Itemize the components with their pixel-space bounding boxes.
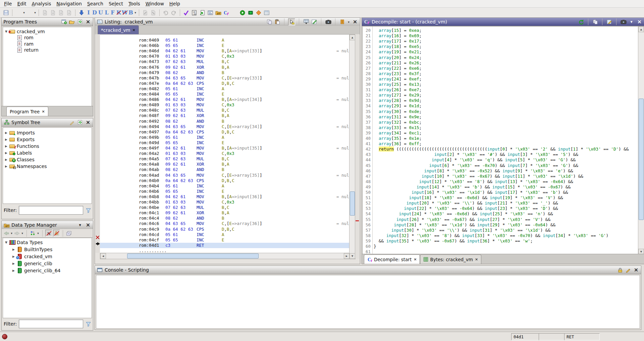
listing-row-04b8[interactable]: rom:04b804 62 61MOVB,[A=>input[36]]= nul — [100, 194, 349, 200]
forward-icon[interactable] — [14, 230, 20, 236]
listing-row-048c[interactable]: rom:048c07 62 63MULB,C — [100, 108, 349, 113]
toolbar-memo-icon[interactable] — [206, 9, 214, 17]
snapshot-icon[interactable] — [325, 19, 331, 25]
reload-icon[interactable] — [77, 119, 83, 126]
dtm-menu-icon[interactable]: ▼ — [77, 222, 83, 228]
listing-row-047e[interactable]: rom:047e0a 64 62 63CPSD,B,C — [100, 81, 349, 86]
listing-row-04a8[interactable]: rom:04a809 62 61XORB,A — [100, 162, 349, 167]
decompile-line-54[interactable]: 54 input[24] * '\x03' == -0x6d) && input… — [363, 211, 638, 217]
expander-icon[interactable]: ▶ — [4, 151, 8, 155]
expander-icon[interactable]: ▶ — [12, 255, 15, 258]
toolbar-org-tree-icon[interactable] — [230, 9, 238, 17]
decompile-vscrollbar[interactable]: ▲ ▼ — [638, 26, 644, 255]
tree-item-rom[interactable]: rom — [3, 35, 34, 41]
expander-icon[interactable]: ▶ — [4, 131, 8, 134]
toolbar-save-icon[interactable] — [2, 9, 10, 17]
listing-row-0494[interactable]: rom:049404 63 65MOVC,[E=>array[34]]= nul — [100, 124, 349, 129]
open-folder-icon[interactable] — [69, 19, 75, 25]
listing-row-049d[interactable]: rom:049d05 65INCE — [100, 140, 349, 146]
expander-icon[interactable]: ▶ — [12, 262, 15, 265]
decompile-line-37[interactable]: 37 array[32] = 0xbc; — [363, 120, 638, 125]
expander-icon[interactable]: ▼ — [4, 241, 8, 244]
decompile-line-31[interactable]: 31 array[26] = 0xe7; — [363, 87, 638, 93]
decompile-line-59[interactable]: 59 && input[35] * '\x03' == -0x67) && in… — [363, 238, 638, 244]
decompile-line-60[interactable]: 60} — [363, 244, 638, 249]
listing-row-047b[interactable]: rom:047b04 63 65MOVC,[E=>array[33]]= nul — [100, 75, 349, 81]
decompile-line-39[interactable]: 39 array[34] = 0xc1; — [363, 130, 638, 136]
tree-item-imports[interactable]: ▶Imports — [3, 129, 35, 136]
tree-item-builtintypes[interactable]: ▶BuiltInTypes — [3, 246, 52, 252]
pointer-filter-toggle-icon[interactable] — [53, 230, 60, 237]
menu-navigation[interactable]: Navigation — [54, 1, 85, 7]
tree-item-labels[interactable]: ▶Labels — [3, 150, 32, 156]
refresh-icon[interactable] — [578, 19, 584, 25]
expander-icon[interactable]: ▶ — [4, 165, 8, 168]
decompile-line-36[interactable]: 36 array[31] = 0x9e; — [363, 114, 638, 120]
decompile-line-58[interactable]: 58 input[32] * '\x03' == '8') && input[3… — [363, 233, 638, 238]
toolbar-func-out-icon[interactable] — [141, 9, 149, 17]
close-tab-icon[interactable]: × — [42, 109, 45, 114]
conflict-mode-icon[interactable] — [30, 230, 36, 236]
console-output[interactable] — [96, 275, 640, 329]
dtm-filter-input[interactable] — [19, 320, 83, 328]
tree-item-classes[interactable]: ▶Classes — [3, 156, 35, 163]
toolbar-letter-b-icon[interactable]: B — [128, 9, 134, 16]
edit-fields-icon[interactable] — [311, 19, 317, 25]
collapse-all-icon[interactable] — [66, 230, 72, 236]
toolbar-letter-d-icon[interactable]: D — [92, 9, 98, 16]
toolbar-import-icon[interactable] — [198, 9, 206, 17]
listing-row-04ab[interactable]: rom:04ab08 62ANDB — [100, 167, 349, 172]
toolbar-letter-k-icon[interactable]: K — [116, 9, 122, 16]
menu-help[interactable]: Help — [167, 1, 183, 7]
listing-row-049b[interactable]: rom:049b05 61INCA — [100, 135, 349, 140]
decompile-line-40[interactable]: 40 array[35] = 0x1e; — [363, 136, 638, 141]
listing-row-04cd[interactable]: rom:04cd05 61INCA — [100, 232, 349, 237]
expander-icon[interactable]: ▶ — [4, 158, 8, 161]
copy-icon[interactable] — [266, 19, 272, 25]
tree-item-cracked-vm[interactable]: ▶cracked_vm — [3, 253, 52, 260]
close-tab-icon[interactable]: × — [132, 28, 136, 32]
toolbar-mem-page-icon[interactable] — [49, 9, 57, 17]
tree-item-ram[interactable]: ram — [3, 41, 34, 47]
listing-row-04c6[interactable]: rom:04c604 63 65MOVC,[E=>array[36]]= nul — [100, 221, 349, 226]
expander-icon[interactable]: ▼ — [4, 30, 8, 33]
listing-row-04be[interactable]: rom:04be07 62 63MULB,C — [100, 205, 349, 210]
toolbar-table-icon[interactable] — [263, 9, 271, 17]
listing-row-048f[interactable]: rom:048f09 62 61XORB,A — [100, 113, 349, 118]
close-panel-icon[interactable]: × — [633, 267, 639, 273]
close-panel-icon[interactable]: × — [85, 222, 91, 228]
menu-select[interactable]: Select — [106, 1, 126, 7]
new-tree-icon[interactable] — [61, 19, 67, 25]
decompile-line-47[interactable]: 47 input[10] * '\x03' == -0x67) && input… — [363, 174, 638, 179]
toolbar-mem-page-icon[interactable] — [65, 9, 73, 17]
menu-search[interactable]: Search — [85, 1, 106, 7]
decompile-line-26[interactable]: 26 array[21] = 0x26; — [363, 60, 638, 66]
dropdown-icon[interactable]: ▼ — [34, 11, 37, 14]
cursor-tracking-icon[interactable] — [288, 18, 295, 25]
toolbar-func-in-icon[interactable] — [149, 9, 157, 17]
listing-row-0492[interactable]: rom:049208 62ANDB — [100, 119, 349, 124]
listing-row-04c1[interactable]: rom:04c109 62 61XORB,A — [100, 210, 349, 216]
tree-item-cracked-vm[interactable]: ▼cracked_vm — [3, 28, 45, 35]
tree-item-namespaces[interactable]: ▶Namespaces — [3, 163, 47, 169]
tab-bytes-cracked-vm[interactable]: Bytes: cracked_vm × — [420, 254, 481, 264]
close-panel-icon[interactable]: × — [85, 119, 91, 126]
decompile-line-49[interactable]: 49 input[14] * '\x03' == 'b') && input[1… — [363, 184, 638, 190]
listing-row-0473[interactable]: rom:047307 62 63MULB,C — [100, 59, 349, 64]
decompile-line-22[interactable]: 22 array[17] = 0x17; — [363, 39, 638, 44]
close-panel-icon[interactable]: × — [85, 19, 91, 25]
decompile-line-24[interactable]: 24 array[19] = 0x21; — [363, 49, 638, 55]
listing-row-04b6[interactable]: rom:04b605 65INCE — [100, 189, 349, 194]
toolbar-letter-l-icon[interactable]: L — [104, 9, 110, 16]
toolbar-letter-f-icon[interactable]: F — [110, 9, 116, 16]
decompile-line-52[interactable]: 52 input[20] * '\x03' == '\\') && input[… — [363, 201, 638, 206]
toolbar-undo-icon[interactable] — [162, 9, 170, 17]
decompile-line-48[interactable]: 48 input[12] * '\x03' == '8') && input[1… — [363, 179, 638, 184]
panel-menu-icon[interactable]: ▼ — [628, 19, 635, 25]
edit-icon[interactable] — [69, 119, 75, 126]
menu-file[interactable]: File — [1, 1, 14, 7]
toolbar-letter-i-icon[interactable]: I — [86, 9, 92, 16]
tab-cracked-vm[interactable]: *cracked_vm × — [98, 25, 139, 35]
listing-row-0486[interactable]: rom:048604 62 61MOVB,[A=>input[34]]= nul — [100, 97, 349, 102]
toolbar-down-arrow-icon[interactable] — [77, 9, 86, 17]
